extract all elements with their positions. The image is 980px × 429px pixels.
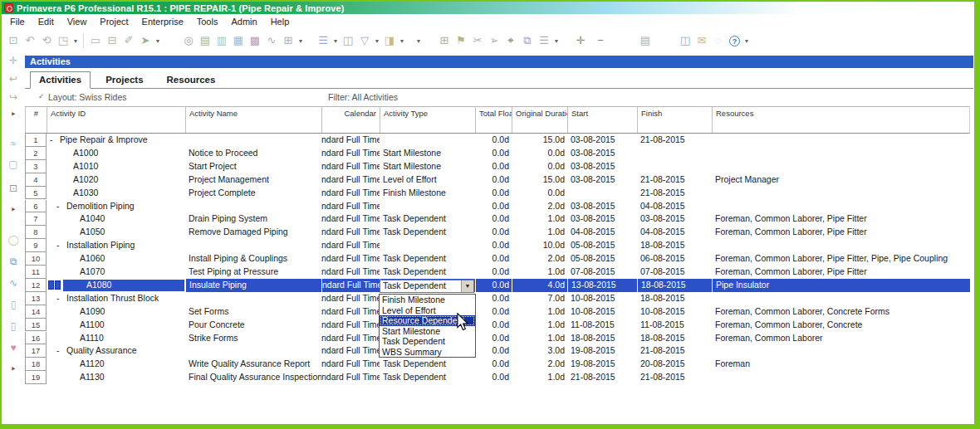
cell-id[interactable]: -Quality Assurance: [47, 344, 185, 358]
cell-finish[interactable]: 21-08-2015: [637, 173, 712, 187]
cell-type[interactable]: [380, 239, 475, 252]
columns-icon[interactable]: ◫: [340, 32, 356, 49]
cell-resources[interactable]: Foreman, Common Laborer, Pipe Fitter: [712, 266, 970, 279]
cell-calendar[interactable]: ndard Full Time: [321, 252, 380, 266]
cell-calendar[interactable]: ndard Full Time: [321, 134, 380, 147]
cell-total_float[interactable]: 0.0d: [475, 252, 512, 266]
cell-finish[interactable]: 18-08-2015: [637, 239, 712, 252]
cell-total_float[interactable]: 0.0d: [475, 147, 512, 160]
cell-start[interactable]: 03-08-2015: [567, 160, 637, 173]
column-header-[interactable]: #: [25, 107, 47, 133]
delete-row-icon[interactable]: −: [592, 32, 609, 49]
table-row[interactable]: 14A1090Set Formsndard Full Time0.0d1.0d1…: [25, 305, 970, 319]
cell-name[interactable]: Project Management: [185, 173, 321, 187]
loop-icon[interactable]: ◯: [2, 234, 25, 246]
page-icon[interactable]: ▯: [2, 299, 25, 310]
cell-type[interactable]: Task Dependent: [380, 358, 475, 371]
collapse-icon[interactable]: -: [56, 344, 66, 358]
forward-icon[interactable]: ↪: [2, 91, 25, 103]
curve-icon[interactable]: ∿: [263, 32, 280, 49]
copy-new-icon[interactable]: ⧉: [519, 32, 536, 49]
cell-name[interactable]: [185, 134, 321, 147]
dropdown-caret-icon[interactable]: ▼: [296, 38, 305, 44]
table-row[interactable]: 18A1120Write Quality Assurance Reportnda…: [25, 358, 970, 371]
cell-id[interactable]: A1020: [47, 173, 185, 187]
cell-finish[interactable]: 21-08-2015: [637, 344, 712, 358]
cell-calendar[interactable]: ndard Full Time: [321, 305, 380, 319]
cell-orig_duration[interactable]: 0.0d: [512, 187, 567, 200]
cell-finish[interactable]: 20-08-2015: [637, 358, 712, 371]
cell-calendar[interactable]: ndard Full Time: [321, 371, 380, 384]
cell-resources[interactable]: [712, 239, 970, 252]
cell-start[interactable]: 03-08-2015: [567, 200, 637, 213]
cell-orig_duration[interactable]: 15.0d: [512, 173, 567, 187]
dropdown-option-finish-milestone[interactable]: Finish Milestone: [380, 295, 475, 305]
cell-resources[interactable]: [712, 292, 970, 305]
table-icon[interactable]: ⊞: [436, 32, 453, 49]
cell-total_float[interactable]: 0.0d: [475, 344, 512, 358]
cell-total_float[interactable]: 0.0d: [475, 134, 512, 147]
cell-start[interactable]: 03-08-2015: [567, 173, 637, 187]
outline-icon[interactable]: ☰: [536, 32, 552, 49]
cell-start[interactable]: 03-08-2015: [567, 212, 637, 226]
wave-icon[interactable]: ≈: [2, 138, 25, 149]
menu-item-file[interactable]: File: [10, 17, 25, 27]
cell-orig_duration[interactable]: 1.0d: [512, 305, 567, 319]
cell-id[interactable]: -Installation Piping: [47, 239, 185, 252]
cell-calendar[interactable]: ndard Full Time: [321, 147, 380, 160]
pointer-icon[interactable]: ➤: [137, 32, 154, 49]
cell-resources[interactable]: Pipe Insulator: [712, 279, 970, 292]
cell-orig_duration[interactable]: 2.0d: [512, 252, 567, 266]
cell-id[interactable]: A1110: [47, 332, 185, 345]
cell-total_float[interactable]: 0.0d: [475, 160, 512, 173]
cell-id[interactable]: A1060: [47, 252, 185, 266]
spreadsheet-icon[interactable]: ⊞: [280, 32, 296, 49]
curve-icon[interactable]: ∿: [2, 277, 25, 289]
dropdown-caret-icon[interactable]: ▼: [742, 38, 751, 44]
cell-id[interactable]: A1130: [47, 371, 185, 384]
dropdown-caret-icon[interactable]: ▼: [552, 38, 561, 44]
column-header-activity-name[interactable]: Activity Name: [185, 107, 321, 133]
menu-item-tools[interactable]: Tools: [197, 17, 218, 27]
dropdown-caret-icon[interactable]: ▼: [71, 38, 80, 44]
vertical-split-icon[interactable]: ◫: [677, 32, 693, 49]
cell-orig_duration[interactable]: 1.0d: [512, 266, 567, 279]
filter-icon[interactable]: ▽: [356, 32, 373, 49]
cell-resources[interactable]: Foreman: [712, 358, 970, 371]
cell-resources[interactable]: [712, 200, 970, 213]
cell-finish[interactable]: 03-08-2015: [637, 212, 712, 226]
cell-finish[interactable]: 18-08-2015: [637, 292, 712, 305]
column-header-finish[interactable]: Finish: [637, 107, 712, 133]
cell-calendar[interactable]: ndard Full Time: [321, 332, 380, 345]
cell-start[interactable]: 19-08-2015: [567, 358, 637, 371]
collapse-icon[interactable]: -: [56, 200, 66, 213]
cell-finish[interactable]: 04-08-2015: [637, 226, 712, 239]
cell-type[interactable]: Start Milestone: [380, 147, 475, 160]
cell-type[interactable]: Task Dependent: [380, 371, 475, 384]
cut-icon[interactable]: ✂: [469, 32, 486, 49]
cell-id[interactable]: A1000: [47, 147, 185, 160]
column-header-start[interactable]: Start: [567, 107, 637, 133]
cell-calendar[interactable]: ndard Full Time: [321, 187, 380, 200]
dropdown-caret-icon[interactable]: ▼: [154, 38, 162, 44]
cell-orig_duration[interactable]: 1.0d: [512, 226, 567, 239]
table-row[interactable]: 13-Installation Thrust Blockndard Full T…: [25, 292, 970, 305]
cell-orig_duration[interactable]: 7.0d: [512, 292, 567, 305]
column-header-resources[interactable]: Resources: [712, 107, 970, 133]
edit-icon[interactable]: ✐: [120, 32, 137, 49]
cell-name[interactable]: Start Project: [185, 160, 321, 173]
cell-finish[interactable]: [637, 147, 712, 160]
cell-total_float[interactable]: 0.0d: [475, 266, 512, 279]
undo-icon[interactable]: ↶: [22, 32, 38, 49]
cell-id[interactable]: A1010: [47, 160, 185, 173]
cell-calendar[interactable]: ndard Full Time: [321, 319, 380, 332]
dropdown-caret-icon[interactable]: ▼: [398, 38, 406, 44]
cell-resources[interactable]: Foreman, Common Laborer, Pipe Fitter, Pi…: [712, 252, 970, 266]
collapse-icon[interactable]: -: [56, 239, 66, 252]
collapse-icon[interactable]: ⊟: [104, 32, 120, 49]
dropdown-option-task-dependent[interactable]: Task Dependent: [380, 336, 475, 347]
cell-type[interactable]: Start Milestone: [380, 160, 475, 173]
cell-total_float[interactable]: 0.0d: [475, 279, 512, 292]
cell-finish[interactable]: 18-08-2015: [637, 279, 712, 292]
column-header-original-duration[interactable]: Original Duration: [512, 107, 567, 133]
